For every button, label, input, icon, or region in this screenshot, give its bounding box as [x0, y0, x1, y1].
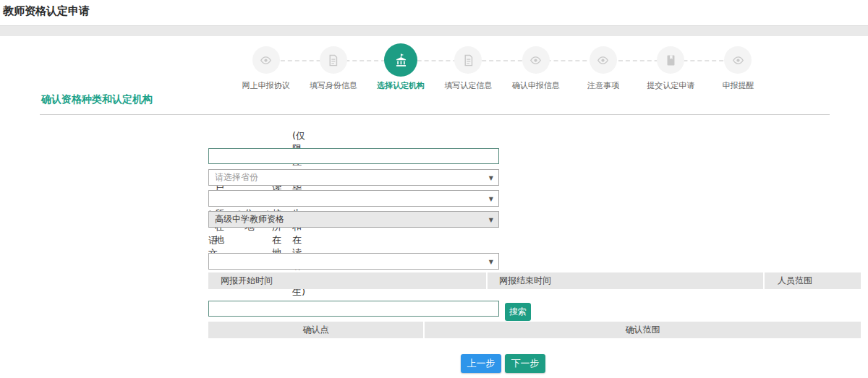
step-online-agreement[interactable]: 网上申报协议 — [232, 46, 299, 91]
step-identity-info[interactable]: 填写身份信息 — [299, 46, 367, 91]
document-icon — [454, 46, 482, 74]
step-label: 选择认定机构 — [377, 80, 425, 91]
chevron-down-icon: ▼ — [489, 216, 493, 223]
province-select-value: 请选择省份 — [215, 171, 258, 184]
previous-step-button[interactable]: 上一步 — [461, 354, 501, 373]
submit-file-icon — [657, 46, 684, 74]
step-label: 注意事项 — [587, 80, 619, 91]
province-select[interactable]: 请选择省份 ▼ — [208, 169, 499, 186]
column-header-confirm-point: 确认点 — [208, 322, 423, 338]
qualification-select-value: 高级中学教师资格 — [215, 213, 284, 225]
eye-icon — [724, 46, 752, 74]
search-button[interactable]: 搜索 — [505, 303, 531, 321]
chevron-down-icon: ▼ — [489, 195, 493, 202]
schedule-table-header: 网报开始时间 网报结束时间 人员范围 — [208, 272, 861, 289]
chevron-down-icon: ▼ — [489, 174, 493, 181]
qualification-row: 请选择资格种类: 高级中学教师资格 ▼ — [0, 214, 291, 231]
bank-icon — [384, 43, 417, 77]
next-step-button[interactable]: 下一步 — [505, 354, 545, 373]
confirm-table-header: 确认点 确认范围 — [208, 322, 861, 338]
step-recognition-info[interactable]: 填写认定信息 — [435, 46, 502, 91]
step-label: 网上申报协议 — [242, 80, 290, 91]
section-title: 确认资格种类和认定机构 — [41, 93, 153, 106]
confirm-point-input[interactable] — [208, 301, 499, 317]
page-title: 教师资格认定申请 — [3, 4, 90, 18]
top-divider-band — [0, 25, 868, 36]
chevron-down-icon: ▼ — [489, 258, 493, 265]
column-header-personnel-scope: 人员范围 — [763, 272, 861, 289]
step-label: 填写认定信息 — [444, 80, 492, 91]
step-label: 确认申报信息 — [512, 80, 560, 91]
city-select[interactable]: ▼ — [208, 190, 499, 207]
organization-select[interactable]: ▼ — [208, 253, 499, 270]
section-divider — [40, 114, 830, 115]
column-header-report-start: 网报开始时间 — [208, 272, 486, 289]
step-label: 申报提醒 — [722, 80, 754, 91]
step-declaration-reminder[interactable]: 申报提醒 — [705, 46, 772, 91]
eye-icon — [252, 46, 280, 74]
step-select-institution[interactable]: 选择认定机构 — [367, 46, 435, 91]
step-submit-application[interactable]: 提交认定申请 — [637, 46, 705, 91]
document-icon — [320, 46, 347, 74]
organization-row: 请选择认定机构: ▼ — [0, 256, 291, 272]
step-confirm-declaration[interactable]: 确认申报信息 — [502, 46, 569, 91]
eye-icon — [590, 46, 617, 74]
qualification-select: 高级中学教师资格 ▼ — [208, 211, 499, 228]
province-row: 请选择省: 请选择省份 ▼ — [0, 172, 291, 189]
column-header-report-end: 网报结束时间 — [486, 272, 763, 289]
step-label: 填写身份信息 — [310, 80, 357, 91]
stepper: 网上申报协议 填写身份信息 选择认定机构 填写认定信息 确认申报信息 注意事项 — [232, 46, 772, 91]
eye-icon — [522, 46, 550, 74]
step-label: 提交认定申请 — [647, 80, 694, 91]
step-notes[interactable]: 注意事项 — [569, 46, 637, 91]
address-input[interactable] — [208, 148, 499, 164]
city-row: 请选择市: ▼ — [0, 193, 291, 210]
column-header-confirm-scope: 确认范围 — [423, 322, 861, 338]
